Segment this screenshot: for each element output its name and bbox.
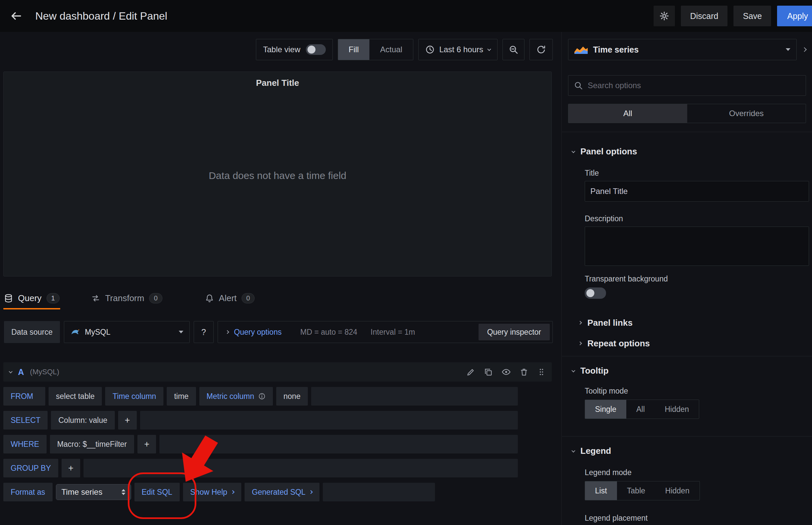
query-row-format: Format as Time series Edit SQL Show Help… [3,483,435,501]
visualization-row: Time series [568,39,806,60]
select-arrows-icon [121,489,125,495]
panel-preview-message: Data does not have a time field [4,170,552,181]
disable-query-button[interactable] [501,367,511,377]
generated-sql-button[interactable]: Generated SQL [245,483,319,501]
tab-overrides[interactable]: Overrides [687,104,806,123]
time-column-value[interactable]: time [167,387,196,406]
datasource-picker[interactable]: MySQL [64,321,190,343]
chevron-down-icon [571,368,575,372]
row-filler [323,483,435,501]
eye-icon [501,367,511,377]
table-view-label: Table view [263,45,300,54]
fill-option[interactable]: Fill [338,39,370,60]
legend-placement-label: Legend placement [585,514,812,523]
edit-query-button[interactable] [466,368,475,377]
row-filler [160,435,518,453]
legend-header[interactable]: Legend [572,446,812,456]
apply-button[interactable]: Apply [777,6,812,26]
time-range-picker[interactable]: Last 6 hours [418,39,497,60]
tooltip-mode-hidden[interactable]: Hidden [655,400,699,419]
tab-alert-label: Alert [219,293,237,303]
panel-options-header[interactable]: Panel options [572,146,812,157]
legend-mode-table[interactable]: Table [617,481,655,500]
gear-icon [659,11,669,21]
chevron-right-icon [578,321,582,325]
add-select-button[interactable]: + [118,411,137,430]
show-help-button[interactable]: Show Help [183,483,241,501]
add-groupby-button[interactable]: + [62,459,80,477]
discard-button[interactable]: Discard [681,6,728,26]
drag-query-handle[interactable] [537,368,546,376]
add-where-button[interactable]: + [137,435,156,453]
zoom-out-button[interactable] [502,39,525,60]
query-inspector-button[interactable]: Query inspector [479,324,550,340]
back-button[interactable] [10,10,22,22]
options-tabs: All Overrides [568,104,806,123]
tab-all[interactable]: All [568,104,687,123]
interval-value: Interval = 1m [371,328,415,337]
table-view-toggle[interactable] [306,44,326,55]
query-row-from: FROM select table Time column time Metri… [3,387,518,406]
active-tab-underline [3,308,60,310]
format-as-select[interactable]: Time series [56,484,131,500]
caret-down-icon [179,331,183,333]
datasource-bar: Data source MySQL ? Query options MD = a… [4,321,553,343]
metric-column-label[interactable]: Metric column [199,387,273,406]
query-header: A (MySQL) [3,362,552,381]
options-search [568,75,806,96]
panel-links-section[interactable]: Panel links [562,313,812,332]
collapse-pane-button[interactable] [803,47,806,52]
where-macro[interactable]: Macro: $__timeFilter [50,435,134,453]
row-filler [84,459,518,477]
table-selector[interactable]: select table [49,387,102,406]
description-label: Description [585,214,812,223]
transparent-background-toggle[interactable] [585,287,606,299]
options-search-input[interactable] [588,81,800,90]
max-data-points: MD = auto = 824 [300,328,357,337]
divider [562,436,812,436]
edit-sql-button[interactable]: Edit SQL [134,483,180,501]
tab-alert[interactable]: Alert 0 [205,288,255,309]
tab-query-label: Query [18,293,42,303]
page-title: New dashboard / Edit Panel [35,10,167,22]
where-keyword[interactable]: WHERE [3,435,47,453]
row-filler [311,387,518,406]
panel-title-input[interactable] [585,181,809,201]
tooltip-mode-single[interactable]: Single [585,400,626,419]
metric-column-value[interactable]: none [276,387,308,406]
save-button[interactable]: Save [734,6,771,26]
tab-transform[interactable]: Transform 0 [91,288,162,309]
chevron-right-icon [231,490,234,494]
table-view-control: Table view [256,39,332,60]
refresh-button[interactable] [529,39,553,60]
select-keyword[interactable]: SELECT [3,411,48,430]
description-input[interactable] [585,227,809,266]
visualization-picker[interactable]: Time series [568,39,797,60]
bell-icon [205,294,214,303]
search-icon [574,81,583,90]
divider [562,132,812,132]
query-options-toggle[interactable]: Query options [234,328,282,337]
collapse-query-icon[interactable] [9,370,12,373]
tab-query[interactable]: Query 1 [4,288,60,309]
query-ref-id: A [18,367,24,377]
caret-down-icon [786,48,791,51]
repeat-options-section[interactable]: Repeat options [562,334,812,352]
legend-mode-list[interactable]: List [585,481,617,500]
datasource-label: Data source [4,321,60,343]
tooltip-header[interactable]: Tooltip [572,366,812,376]
groupby-keyword[interactable]: GROUP BY [3,459,58,477]
datasource-help-button[interactable]: ? [194,321,214,343]
actual-option[interactable]: Actual [370,39,413,60]
time-column-label[interactable]: Time column [105,387,163,406]
tooltip-mode-all[interactable]: All [626,400,655,419]
dashboard-settings-button[interactable] [653,6,675,26]
format-as-label[interactable]: Format as [3,483,52,501]
select-column[interactable]: Column: value [51,411,115,430]
duplicate-query-button[interactable] [484,368,493,377]
time-range-label: Last 6 hours [439,45,483,54]
delete-query-button[interactable] [520,368,528,377]
toggle-knob [586,289,595,297]
from-keyword[interactable]: FROM [3,387,45,406]
legend-mode-hidden[interactable]: Hidden [655,481,700,500]
